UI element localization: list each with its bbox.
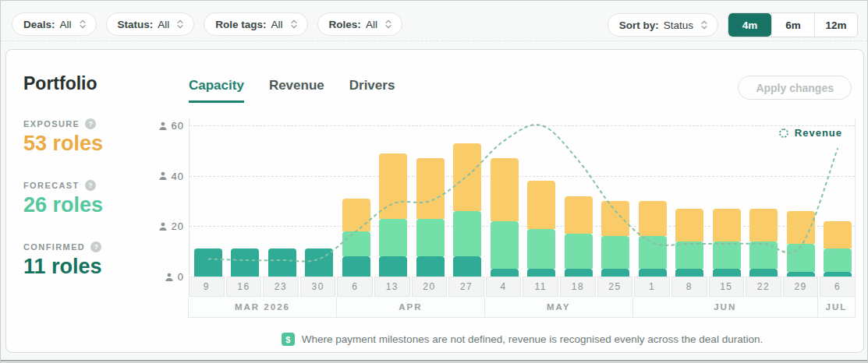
- filter-value: All: [366, 19, 377, 30]
- bar-segment-forecast[interactable]: [749, 241, 778, 270]
- filter-status-dropdown[interactable]: Status:All: [106, 12, 195, 36]
- x-axis: 916233061320274111825181522296 MAR 2026A…: [189, 277, 856, 318]
- page-title: Portfolio: [23, 73, 97, 94]
- filter-roles-dropdown[interactable]: Roles:All: [317, 12, 402, 36]
- chevron-updown-icon: [290, 19, 298, 30]
- bar-segment-confirmed[interactable]: [453, 256, 481, 277]
- bar-segment-forecast[interactable]: [787, 244, 815, 272]
- tab-revenue[interactable]: Revenue: [269, 78, 324, 103]
- week-cell: 27: [448, 277, 484, 297]
- bar-segment-forecast[interactable]: [675, 241, 703, 270]
- bar-segment-confirmed[interactable]: [379, 256, 407, 277]
- legend-revenue[interactable]: Revenue: [779, 127, 842, 139]
- bar-segment-confirmed[interactable]: [749, 269, 778, 277]
- bar-segment-exposure[interactable]: [749, 209, 778, 241]
- bar-segment-exposure[interactable]: [342, 199, 370, 231]
- bar-segment-confirmed[interactable]: [601, 269, 629, 277]
- apply-changes-button[interactable]: Apply changes: [738, 76, 852, 100]
- week-cell: 20: [412, 277, 448, 297]
- bar-segment-exposure[interactable]: [453, 143, 481, 211]
- bar-segment-confirmed[interactable]: [268, 248, 296, 277]
- month-label: APR: [336, 297, 485, 318]
- week-cell: 22: [746, 277, 781, 297]
- filter-deals-dropdown[interactable]: Deals:All: [12, 12, 97, 36]
- range-4m-button[interactable]: 4m: [728, 13, 771, 37]
- bar-segment-forecast[interactable]: [639, 236, 667, 269]
- tab-capacity[interactable]: Capacity: [189, 78, 244, 103]
- range-6m-button[interactable]: 6m: [771, 13, 814, 37]
- bar-segment-exposure[interactable]: [527, 181, 555, 228]
- week-cell: 6: [820, 277, 856, 297]
- page-bottom-edge: [1, 360, 867, 361]
- bar-segment-forecast[interactable]: [453, 211, 481, 256]
- bar-segment-forecast[interactable]: [491, 221, 519, 269]
- filter-bar: Deals:AllStatus:AllRole tags:AllRoles:Al…: [12, 12, 402, 36]
- bar-segment-forecast[interactable]: [379, 219, 407, 257]
- gridline: [190, 176, 855, 177]
- week-cell: 1: [634, 277, 670, 297]
- week-cell: 16: [226, 277, 262, 297]
- y-axis-tick: 40: [143, 171, 184, 182]
- filter-label: Roles:: [329, 19, 361, 30]
- bar-segment-confirmed[interactable]: [194, 248, 222, 277]
- bar-segment-confirmed[interactable]: [416, 256, 445, 277]
- month-label: MAR 2026: [188, 297, 337, 318]
- bar-segment-forecast[interactable]: [527, 229, 555, 270]
- bar-segment-forecast[interactable]: [342, 231, 370, 256]
- bar-segment-confirmed[interactable]: [305, 248, 333, 277]
- bar-segment-confirmed[interactable]: [675, 269, 703, 277]
- filter-value: All: [271, 19, 283, 30]
- chevron-updown-icon: [176, 19, 184, 30]
- y-axis-tick: 60: [143, 120, 184, 132]
- week-cell: 6: [337, 277, 373, 297]
- y-axis-tick: 20: [143, 220, 184, 232]
- bar-segment-confirmed[interactable]: [639, 269, 667, 277]
- tab-drivers[interactable]: Drivers: [349, 78, 395, 103]
- bar-segment-exposure[interactable]: [824, 221, 852, 249]
- month-label: MAY: [484, 297, 633, 318]
- week-cell: 15: [709, 277, 745, 297]
- bar-segment-confirmed[interactable]: [713, 269, 741, 277]
- month-label: JUN: [632, 297, 818, 318]
- bar-segment-forecast[interactable]: [824, 248, 852, 271]
- sort-by-dropdown[interactable]: Sort by: Status: [608, 13, 718, 37]
- week-cell: 8: [671, 277, 707, 297]
- person-icon: [158, 122, 168, 131]
- bar-segment-exposure[interactable]: [639, 201, 667, 236]
- bar-segment-forecast[interactable]: [565, 234, 593, 269]
- bar-segment-exposure[interactable]: [601, 201, 629, 236]
- bar-segment-confirmed[interactable]: [491, 269, 519, 277]
- bar-segment-confirmed[interactable]: [527, 269, 555, 277]
- chevron-updown-icon: [384, 19, 392, 30]
- range-12m-button[interactable]: 12m: [814, 13, 857, 37]
- week-cell: 23: [263, 277, 299, 297]
- month-label: JUL: [817, 297, 856, 318]
- bar-segment-exposure[interactable]: [565, 196, 593, 234]
- filter-label: Deals:: [23, 19, 55, 30]
- person-icon: [158, 171, 168, 181]
- capacity-chart: Revenue 916233061320274111825181522296 M…: [6, 118, 863, 321]
- tab-bar: CapacityRevenueDrivers: [189, 78, 395, 103]
- sort-by-label: Sort by:: [619, 19, 659, 31]
- bar-segment-exposure[interactable]: [416, 158, 445, 219]
- bar-segment-forecast[interactable]: [713, 241, 741, 270]
- week-cell: 9: [189, 277, 225, 297]
- week-cell: 11: [523, 277, 558, 297]
- topbar-divider: [1, 41, 867, 41]
- bar-segment-exposure[interactable]: [787, 211, 815, 244]
- bar-segment-confirmed[interactable]: [342, 256, 370, 277]
- bar-segment-confirmed[interactable]: [565, 269, 593, 277]
- week-cell: 4: [486, 277, 522, 297]
- bar-segment-forecast[interactable]: [416, 219, 445, 257]
- bar-segment-exposure[interactable]: [491, 158, 519, 221]
- week-cell: 25: [597, 277, 633, 297]
- filter-value: All: [158, 19, 169, 30]
- bar-segment-exposure[interactable]: [379, 153, 407, 219]
- bar-segment-forecast[interactable]: [601, 236, 629, 269]
- bar-segment-exposure[interactable]: [713, 209, 741, 241]
- bar-segment-exposure[interactable]: [675, 209, 703, 241]
- bar-segment-confirmed[interactable]: [231, 248, 259, 277]
- revenue-line: [208, 125, 838, 261]
- filter-role-tags-dropdown[interactable]: Role tags:All: [204, 12, 307, 36]
- filter-label: Role tags:: [215, 19, 266, 30]
